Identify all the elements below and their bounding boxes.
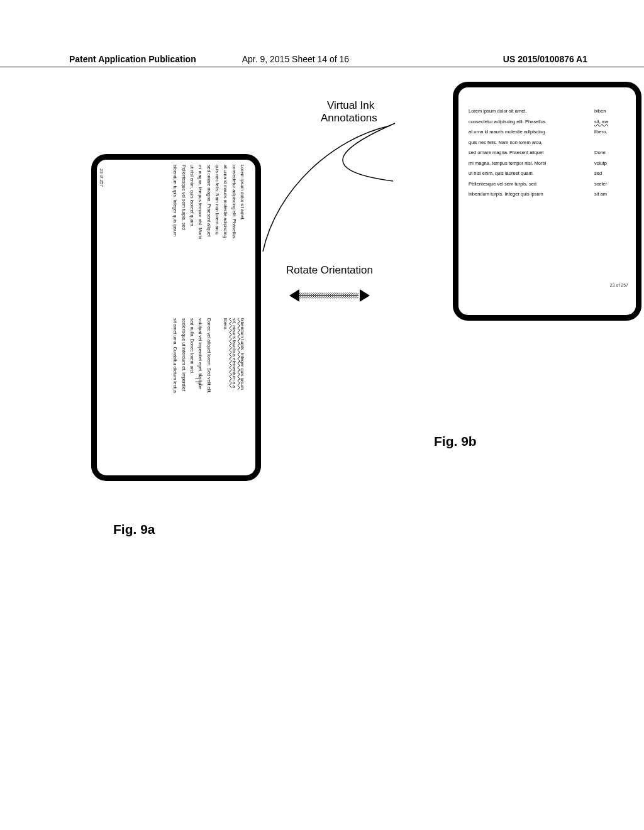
two-page-spread: Lorem ipsum dolor sit amet,consectetur a… bbox=[97, 160, 255, 475]
text-line: consectetur adipiscing elit. Phasellussi… bbox=[469, 117, 630, 128]
text-line: Lorem ipsum dolor sit amet,biben bbox=[469, 106, 630, 117]
text-line: bibendum turpis. Integer quis ipsumsit a… bbox=[469, 189, 630, 200]
ink-annotation: sit, mauris faucibus elementum a a bbox=[231, 318, 237, 388]
rotate-arrow-icon bbox=[289, 283, 371, 308]
header-left: Patent Application Publication bbox=[69, 54, 242, 64]
text-right-crop: volutp bbox=[594, 158, 607, 169]
text-line: at urna id mauris molestie adipiscing bbox=[221, 165, 230, 317]
text-line: quis nec felis. Nam non lorem arcu, bbox=[213, 165, 221, 317]
ink-annotation: sit, ma bbox=[594, 119, 608, 124]
text-left: ut nisl enim, quis laoreet quam. bbox=[469, 169, 575, 179]
text-left: Lorem ipsum dolor sit amet, bbox=[469, 106, 575, 117]
text-line: Donec vel aliquet lorem. Sed velit elit, bbox=[204, 318, 213, 470]
page-number-a: 23 of 257 bbox=[99, 169, 104, 187]
text-line: mi magna, tempus tempor nisl. Morbivolut… bbox=[469, 158, 630, 169]
annotations-label: Annotations bbox=[321, 112, 377, 124]
ink-annotation: bibendum turpis. Integer quis ipsum bbox=[240, 318, 245, 390]
text-line: ut nisl enim, quis laoreet quam. bbox=[188, 165, 196, 317]
annotation-pointer-icon bbox=[258, 119, 402, 258]
header-right: US 2015/0100876 A1 bbox=[414, 54, 587, 64]
text-left: quis nec felis. Nam non lorem arcu, bbox=[469, 138, 575, 148]
header-mid: Apr. 9, 2015 Sheet 14 of 16 bbox=[242, 54, 415, 64]
text-line: at urna id mauris molestie adipiscinglib… bbox=[469, 127, 630, 138]
text-line: bibendum turpis. Integer quis ipsum bbox=[171, 165, 179, 317]
rotate-label: Rotate Orientation bbox=[286, 264, 373, 277]
text-left: bibendum turpis. Integer quis ipsum bbox=[469, 189, 575, 200]
device-fig-9a: Lorem ipsum dolor sit amet,consectetur a… bbox=[91, 154, 261, 481]
text-line: sed ornare magna. Praesent aliquet bbox=[204, 165, 213, 317]
svg-marker-1 bbox=[360, 289, 370, 302]
text-right-crop: sit am bbox=[594, 189, 607, 200]
text-line: sit amet urna. Curabitur dictum lectus bbox=[171, 318, 179, 470]
text-line: ut nisl enim, quis laoreet quam.sed bbox=[469, 169, 630, 179]
text-line: quis nec felis. Nam non lorem arcu, bbox=[469, 138, 630, 148]
text-line: sit, mauris faucibus elementum a a bbox=[230, 318, 238, 470]
text-line: scelerisque ut interdum et, imperdiet bbox=[180, 318, 188, 470]
text-line: sed ornare magna. Praesent aliquetDone bbox=[469, 148, 630, 158]
page-right: bibendum turpis. Integer quis ipsumsit, … bbox=[101, 318, 247, 470]
text-line: Lorem ipsum dolor sit amet, bbox=[238, 165, 247, 317]
page-number-b: 23 of 257 bbox=[610, 280, 628, 290]
figure-area: Lorem ipsum dolor sit amet,consectetur a… bbox=[69, 94, 579, 547]
text-right-crop: biben bbox=[594, 106, 606, 117]
fig-9b-label: Fig. 9b bbox=[434, 434, 477, 449]
text-right-crop: sed bbox=[594, 169, 602, 179]
text-left: consectetur adipiscing elit. Phasellus bbox=[469, 117, 575, 128]
text-left: mi magna, tempus tempor nisl. Morbi bbox=[469, 158, 575, 169]
text-left: sed ornare magna. Praesent aliquet bbox=[469, 148, 575, 158]
text-line: mi magna, tempus tempor nisl. Morbi bbox=[196, 165, 204, 317]
ink-scribble-icon: ╰╮╭╯ bbox=[196, 374, 203, 386]
text-right-crop: sit, ma bbox=[594, 117, 608, 128]
text-left: at urna id mauris molestie adipiscing bbox=[469, 127, 575, 138]
text-right-crop: sceler bbox=[594, 179, 607, 190]
text-line: bibendum turpis. Integer quis ipsum bbox=[238, 318, 247, 470]
text-right-crop: libero. bbox=[594, 127, 607, 138]
svg-marker-0 bbox=[289, 289, 299, 302]
text-line: volutpat vel imperdiet eget, tristique bbox=[196, 318, 204, 470]
text-right-crop: Done bbox=[594, 148, 606, 158]
text-line: consectetur adipiscing elit. Phasellus bbox=[230, 165, 238, 317]
text-line: sed nulla. Donec lorem orci, bbox=[188, 318, 196, 470]
text-line bbox=[213, 318, 221, 470]
text-line: Pellentesque vel sem turpis, sedsceler bbox=[469, 179, 630, 190]
fig-9a-label: Fig. 9a bbox=[113, 522, 155, 537]
text-line: libero. bbox=[221, 318, 230, 470]
text-left: Pellentesque vel sem turpis, sed bbox=[469, 179, 575, 190]
device-fig-9b: Lorem ipsum dolor sit amet,bibenconsecte… bbox=[453, 82, 641, 321]
page-left: Lorem ipsum dolor sit amet,consectetur a… bbox=[101, 165, 247, 317]
page-header: Patent Application Publication Apr. 9, 2… bbox=[0, 52, 644, 67]
text-line: Pellentesque vel sem turpis, sed bbox=[180, 165, 188, 317]
page-single: Lorem ipsum dolor sit amet,bibenconsecte… bbox=[458, 87, 636, 315]
virtual-ink-label: Virtual Ink bbox=[327, 99, 374, 112]
